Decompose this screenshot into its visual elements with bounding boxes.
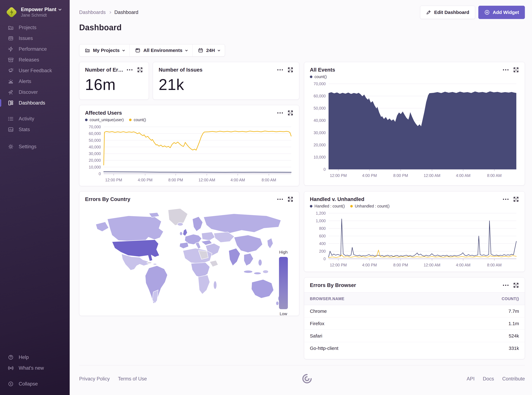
- sidebar-item-stats[interactable]: Stats: [0, 124, 70, 135]
- widget-affected-users: Affected Users count_unique(user) count(…: [79, 105, 299, 186]
- svg-text:8:00 PM: 8:00 PM: [168, 178, 183, 182]
- sidebar-item-alerts[interactable]: Alerts: [0, 76, 70, 87]
- sidebar-item-collapse[interactable]: Collapse: [0, 379, 70, 389]
- svg-text:8:00 PM: 8:00 PM: [393, 263, 408, 267]
- widget-expand-button[interactable]: [287, 110, 293, 116]
- sidebar-nav: Projects Issues Performance Releases Use…: [0, 22, 70, 152]
- footer-left-links: Privacy Policy Terms of Use: [79, 376, 147, 382]
- sidebar-item-settings[interactable]: Settings: [0, 141, 70, 152]
- widget-title: Affected Users: [85, 110, 152, 116]
- widget-expand-button[interactable]: [513, 196, 519, 202]
- footer-right-links: API Docs Contribute: [467, 376, 525, 382]
- discover-icon: [8, 89, 14, 95]
- widget-menu-button[interactable]: [126, 69, 133, 71]
- svg-text:8:00 AM: 8:00 AM: [487, 173, 502, 178]
- svg-text:20,000: 20,000: [89, 158, 101, 163]
- widget-title: Number of Err…: [85, 67, 124, 73]
- contribute-link[interactable]: Contribute: [502, 376, 525, 382]
- sidebar-item-activity[interactable]: Activity: [0, 113, 70, 124]
- breadcrumb: Dashboards Dashboard: [79, 10, 138, 15]
- count-cell: 1.1m: [508, 321, 519, 326]
- svg-text:1,200: 1,200: [316, 211, 326, 215]
- legend-dot: [129, 119, 132, 121]
- collapse-icon: [8, 381, 14, 387]
- sidebar-item-label: Discover: [19, 89, 38, 95]
- widget-menu-button[interactable]: [277, 198, 283, 200]
- breadcrumb-current: Dashboard: [114, 10, 138, 15]
- sidebar-item-whats-new[interactable]: What's new: [0, 363, 70, 373]
- api-link[interactable]: API: [467, 376, 475, 382]
- widget-expand-button[interactable]: [513, 67, 519, 73]
- svg-text:1,000: 1,000: [316, 219, 326, 223]
- user-name: Jane Schmidt: [21, 13, 61, 18]
- breadcrumb-dashboards-link[interactable]: Dashboards: [79, 10, 106, 15]
- project-filter[interactable]: My Projects: [79, 44, 130, 56]
- sidebar-item-releases[interactable]: Releases: [0, 55, 70, 65]
- legend-dot: [310, 76, 312, 78]
- sentry-logo[interactable]: [300, 373, 313, 385]
- map-scale-low: Low: [278, 311, 289, 316]
- org-name: Empower Plant: [21, 7, 56, 12]
- broadcast-icon: [8, 365, 14, 371]
- sidebar-item-user-feedback[interactable]: User Feedback: [0, 65, 70, 76]
- widget-menu-button[interactable]: [277, 112, 283, 114]
- browser-name-cell: Chrome: [310, 308, 327, 314]
- app: Empower Plant Jane Schmidt Projects Issu…: [0, 0, 532, 395]
- environment-filter[interactable]: All Environments: [130, 44, 192, 56]
- legend-dot: [350, 205, 353, 208]
- svg-text:20,000: 20,000: [314, 143, 326, 147]
- svg-text:12:00 PM: 12:00 PM: [105, 178, 122, 182]
- sidebar: Empower Plant Jane Schmidt Projects Issu…: [0, 0, 70, 395]
- sidebar-item-label: User Feedback: [19, 68, 52, 73]
- map-scale-gradient: [279, 257, 288, 309]
- calendar-icon: [198, 48, 203, 53]
- sidebar-item-discover[interactable]: Discover: [0, 87, 70, 98]
- svg-text:600: 600: [319, 234, 326, 238]
- widget-menu-button[interactable]: [277, 69, 283, 71]
- user-feedback-icon: [8, 67, 14, 74]
- widget-menu-button[interactable]: [503, 69, 509, 71]
- svg-text:4:00 PM: 4:00 PM: [362, 263, 377, 267]
- svg-text:0: 0: [323, 167, 326, 171]
- page-title: Dashboard: [79, 23, 525, 32]
- edit-dashboard-button[interactable]: Edit Dashboard: [420, 6, 475, 19]
- sidebar-item-projects[interactable]: Projects: [0, 22, 70, 33]
- terms-of-use-link[interactable]: Terms of Use: [118, 376, 147, 382]
- widget-menu-button[interactable]: [503, 284, 509, 286]
- add-widget-button[interactable]: Add Widget: [478, 6, 525, 19]
- svg-text:50,000: 50,000: [314, 106, 326, 110]
- sidebar-item-help[interactable]: Help: [0, 352, 70, 363]
- widget-expand-button[interactable]: [287, 67, 293, 73]
- projects-icon: [8, 24, 14, 31]
- releases-icon: [8, 57, 14, 63]
- sidebar-item-performance[interactable]: Performance: [0, 44, 70, 55]
- help-icon: [8, 354, 14, 361]
- widget-expand-button[interactable]: [513, 282, 519, 288]
- sidebar-item-label: Collapse: [19, 381, 38, 387]
- time-range-filter[interactable]: 24H: [192, 44, 225, 56]
- all-events-chart: 010,00020,00030,00040,00050,00060,00070,…: [304, 79, 525, 180]
- chart-legend: count_unique(user) count(): [85, 116, 152, 122]
- sidebar-item-label: Stats: [19, 127, 30, 132]
- chevron-down-icon: [218, 49, 220, 51]
- widget-expand-button[interactable]: [287, 196, 293, 202]
- privacy-policy-link[interactable]: Privacy Policy: [79, 376, 110, 382]
- sidebar-bottom-nav: Help What's new Collapse: [0, 352, 70, 389]
- widget-menu-button[interactable]: [503, 198, 509, 200]
- svg-text:0: 0: [323, 257, 326, 261]
- table-row: Firefox1.1m: [304, 317, 525, 330]
- svg-text:8:00 AM: 8:00 AM: [487, 263, 502, 267]
- chevron-down-icon: [185, 49, 188, 51]
- sidebar-item-issues[interactable]: Issues: [0, 33, 70, 44]
- svg-text:200: 200: [319, 249, 326, 253]
- widget-expand-button[interactable]: [137, 67, 143, 73]
- sidebar-item-dashboards[interactable]: Dashboards: [0, 98, 70, 108]
- svg-text:12:00 AM: 12:00 AM: [198, 178, 215, 182]
- environment-filter-icon: [135, 48, 141, 53]
- table-header: BROWSER.NAME COUNT(): [304, 292, 525, 305]
- org-switcher[interactable]: Empower Plant Jane Schmidt: [0, 5, 70, 22]
- docs-link[interactable]: Docs: [483, 376, 494, 382]
- svg-text:400: 400: [319, 241, 326, 246]
- affected-users-chart: 010,00020,00030,00040,00050,00060,00070,…: [79, 122, 299, 184]
- sidebar-item-label: Activity: [19, 116, 34, 122]
